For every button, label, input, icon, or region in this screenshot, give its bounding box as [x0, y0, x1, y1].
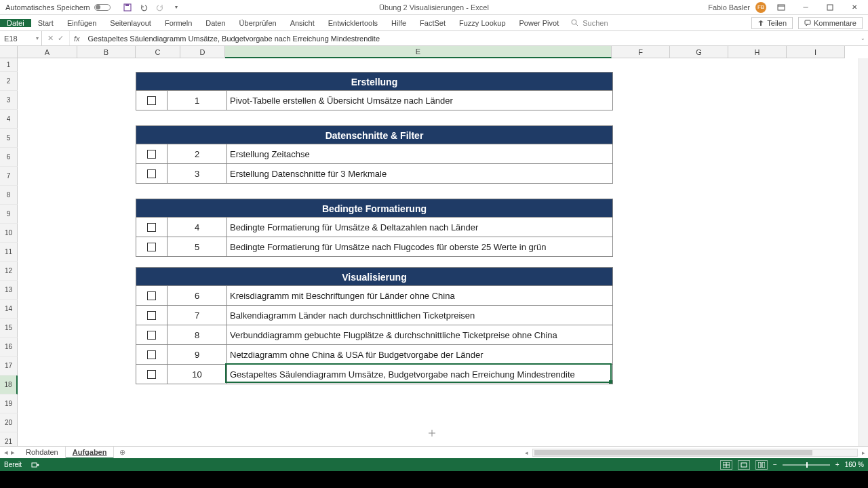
ribbon-tab-überprüfen[interactable]: Überprüfen — [233, 19, 283, 27]
cancel-formula-icon[interactable]: ✕ — [47, 34, 54, 43]
checkbox-icon[interactable] — [147, 311, 156, 320]
qat-customize-icon[interactable]: ▾ — [172, 3, 181, 12]
task-checkbox-cell[interactable] — [136, 218, 167, 237]
task-checkbox-cell[interactable] — [136, 306, 167, 325]
share-button[interactable]: Teilen — [751, 17, 793, 29]
autosave-toggle[interactable]: Automatisches Speichern — [0, 3, 116, 12]
checkbox-icon[interactable] — [147, 331, 156, 340]
zoom-slider[interactable] — [783, 464, 830, 466]
fx-icon[interactable]: fx — [70, 35, 84, 43]
checkbox-icon[interactable] — [147, 96, 156, 105]
sheet-prev-icon[interactable]: ◂ — [4, 448, 8, 457]
toggle-switch-icon[interactable] — [94, 4, 111, 11]
column-header-D[interactable]: D — [180, 46, 225, 58]
checkbox-icon[interactable] — [147, 150, 156, 159]
row-header-11[interactable]: 11 — [0, 243, 18, 262]
row-header-19[interactable]: 19 — [0, 394, 18, 413]
column-header-A[interactable]: A — [18, 46, 77, 58]
cells-area[interactable]: Erstellung1Pivot-Tabelle erstellen & Übe… — [18, 58, 859, 446]
column-header-F[interactable]: F — [612, 46, 670, 58]
task-checkbox-cell[interactable] — [136, 286, 167, 305]
task-row[interactable]: 3Erstellung Datenschnitte für 3 Merkmale — [136, 164, 613, 184]
task-row[interactable]: 7Balkendiagramm Länder nach durchschnitt… — [136, 306, 613, 325]
task-row[interactable]: 8Verbunddiagramm gebuchte Flugplätze & d… — [136, 325, 613, 345]
row-header-5[interactable]: 5 — [0, 129, 18, 148]
row-header-7[interactable]: 7 — [0, 167, 18, 186]
name-box[interactable]: E18 ▾ — [0, 31, 42, 45]
zoom-in-icon[interactable]: + — [835, 461, 840, 468]
row-header-12[interactable]: 12 — [0, 262, 18, 281]
ribbon-tab-fuzzy lookup[interactable]: Fuzzy Lookup — [452, 19, 512, 27]
ribbon-tab-factset[interactable]: FactSet — [413, 19, 452, 27]
save-icon[interactable] — [123, 3, 132, 12]
formula-expand-icon[interactable]: ⌄ — [857, 35, 868, 41]
checkbox-icon[interactable] — [147, 370, 156, 379]
task-row[interactable]: 9Netzdiagramm ohne China & USA für Budge… — [136, 345, 613, 365]
column-header-I[interactable]: I — [787, 46, 845, 58]
task-row[interactable]: 10Gestapeltes Säulendiagramm Umsätze, Bu… — [136, 365, 613, 384]
horizontal-scrollbar[interactable] — [532, 449, 858, 457]
column-header-H[interactable]: H — [728, 46, 787, 58]
avatar[interactable]: FB — [755, 2, 766, 13]
task-checkbox-cell[interactable] — [136, 144, 167, 163]
search-box[interactable]: Suchen — [566, 19, 613, 27]
ribbon-tab-power pivot[interactable]: Power Pivot — [513, 19, 566, 27]
row-header-1[interactable]: 1 — [0, 58, 18, 72]
row-header-9[interactable]: 9 — [0, 205, 18, 224]
hscroll-right-icon[interactable]: ▸ — [858, 449, 865, 456]
spreadsheet-grid[interactable]: ABCDEFGHI 123456789101112131415161718192… — [0, 46, 868, 446]
row-header-13[interactable]: 13 — [0, 281, 18, 300]
row-header-10[interactable]: 10 — [0, 224, 18, 243]
maximize-icon[interactable] — [821, 1, 840, 14]
zoom-level[interactable]: 160 % — [845, 461, 864, 468]
ribbon-tab-ansicht[interactable]: Ansicht — [283, 19, 321, 27]
task-checkbox-cell[interactable] — [136, 164, 167, 183]
checkbox-icon[interactable] — [147, 350, 156, 359]
task-checkbox-cell[interactable] — [136, 91, 167, 110]
task-checkbox-cell[interactable] — [136, 325, 167, 344]
ribbon-display-icon[interactable] — [772, 1, 791, 14]
row-header-4[interactable]: 4 — [0, 110, 18, 129]
sheet-next-icon[interactable]: ▸ — [11, 448, 15, 457]
task-checkbox-cell[interactable] — [136, 365, 167, 384]
view-page-break-icon[interactable] — [755, 460, 768, 470]
task-row[interactable]: 5Bedingte Formatierung für Umsätze nach … — [136, 237, 613, 257]
ribbon-tab-hilfe[interactable]: Hilfe — [384, 19, 413, 27]
add-sheet-button[interactable]: ⊕ — [114, 448, 131, 457]
task-row[interactable]: 2Erstellung Zeitachse — [136, 144, 613, 164]
row-header-2[interactable]: 2 — [0, 72, 18, 91]
checkbox-icon[interactable] — [147, 291, 156, 300]
sheet-tab-aufgaben[interactable]: Aufgaben — [66, 447, 115, 459]
user-name[interactable]: Fabio Basler — [708, 3, 750, 12]
redo-icon[interactable] — [155, 3, 165, 12]
sheet-nav[interactable]: ◂ ▸ — [0, 448, 19, 457]
task-row[interactable]: 1Pivot-Tabelle erstellen & Übersicht Ums… — [136, 91, 613, 110]
task-checkbox-cell[interactable] — [136, 237, 167, 256]
minimize-icon[interactable]: ─ — [796, 1, 815, 14]
macro-record-icon[interactable] — [31, 462, 39, 468]
formula-input[interactable]: Gestapeltes Säulendiagramm Umsätze, Budg… — [84, 35, 857, 43]
ribbon-tab-seitenlayout[interactable]: Seitenlayout — [103, 19, 158, 27]
vertical-scrollbar[interactable] — [859, 58, 868, 446]
row-header-6[interactable]: 6 — [0, 148, 18, 167]
row-header-8[interactable]: 8 — [0, 186, 18, 205]
column-header-E[interactable]: E — [225, 46, 612, 58]
view-normal-icon[interactable] — [720, 460, 732, 470]
ribbon-tab-entwicklertools[interactable]: Entwicklertools — [321, 19, 384, 27]
ribbon-tab-daten[interactable]: Daten — [199, 19, 232, 27]
view-page-layout-icon[interactable] — [738, 460, 750, 470]
row-header-3[interactable]: 3 — [0, 91, 18, 110]
row-header-16[interactable]: 16 — [0, 338, 18, 357]
column-header-G[interactable]: G — [670, 46, 728, 58]
row-header-18[interactable]: 18 — [0, 375, 18, 394]
checkbox-icon[interactable] — [147, 243, 156, 251]
comments-button[interactable]: Kommentare — [798, 17, 863, 29]
task-row[interactable]: 6Kreisdiagramm mit Beschriftungen für Lä… — [136, 286, 613, 306]
undo-icon[interactable] — [139, 3, 149, 12]
close-icon[interactable]: ✕ — [845, 1, 864, 14]
column-header-B[interactable]: B — [77, 46, 136, 58]
ribbon-tab-datei[interactable]: Datei — [0, 19, 31, 27]
task-row[interactable]: 4Bedingte Formatierung für Umsätze & Del… — [136, 218, 613, 237]
checkbox-icon[interactable] — [147, 223, 156, 232]
zoom-out-icon[interactable]: − — [773, 461, 777, 468]
